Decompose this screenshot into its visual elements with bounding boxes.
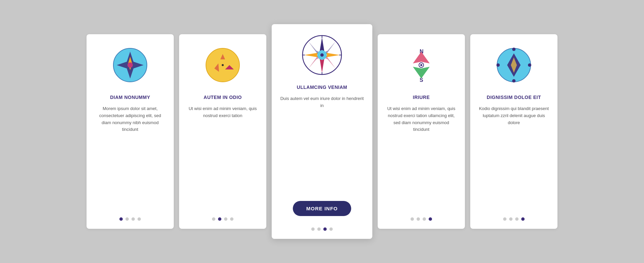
svg-point-33	[512, 79, 516, 83]
svg-marker-15	[308, 41, 319, 54]
card-1: DIAM NONUMMY Morem ipsum dolor sit amet,…	[87, 34, 174, 229]
card-1-icon	[110, 45, 150, 85]
svg-marker-11	[320, 58, 324, 73]
dot	[131, 217, 135, 221]
dot	[125, 217, 129, 221]
dot	[317, 227, 321, 231]
card-5-text: Kodio dignissim qui blandit praesent lup…	[478, 105, 549, 209]
dot	[515, 217, 519, 221]
card-3-title: ULLAMCING VENIAM	[297, 85, 347, 90]
svg-point-34	[496, 63, 500, 67]
card-2-title: AUTEM IN ODIO	[204, 95, 242, 100]
card-3-dots	[311, 227, 333, 231]
svg-point-8	[222, 64, 224, 66]
svg-point-35	[528, 63, 531, 67]
svg-point-29	[420, 64, 422, 66]
card-2-dots	[212, 217, 233, 221]
dot	[218, 217, 221, 221]
svg-marker-13	[304, 53, 319, 57]
svg-point-19	[320, 53, 324, 57]
more-info-button[interactable]: MORE INFO	[293, 201, 351, 216]
svg-marker-12	[325, 53, 340, 57]
dot	[323, 227, 327, 231]
dot	[119, 217, 123, 221]
dot	[329, 227, 333, 231]
card-5-title: DIGNISSIM DOLOE EIT	[487, 95, 541, 100]
svg-marker-14	[325, 41, 336, 54]
dot	[311, 227, 315, 231]
dot	[417, 217, 420, 221]
card-3-text: Duis autem vel eum iriure dolor in hendr…	[280, 95, 364, 194]
cards-container: DIAM NONUMMY Morem ipsum dolor sit amet,…	[20, 24, 624, 239]
svg-marker-26	[413, 52, 430, 63]
dot	[230, 217, 233, 221]
dot	[138, 217, 141, 221]
dot	[411, 217, 414, 221]
dot	[212, 217, 215, 221]
svg-marker-27	[413, 67, 430, 78]
card-4-dots	[411, 217, 432, 221]
card-2-text: Ut wisi enim ad minim veniam, quis nostr…	[187, 105, 258, 209]
card-4-icon: N S	[401, 45, 441, 85]
card-4: N S IRIURE Ut wisi enim ad minim veniam,…	[378, 34, 465, 229]
dot	[423, 217, 426, 221]
dot	[521, 217, 525, 221]
card-4-text: Ut wisi enim ad minim veniam, quis nostr…	[386, 105, 457, 209]
svg-point-32	[512, 48, 516, 51]
card-1-text: Morem ipsum dolor sit amet, consectetuer…	[95, 105, 166, 209]
dot	[429, 217, 432, 221]
card-1-dots	[119, 217, 141, 221]
card-2-icon	[203, 45, 243, 85]
svg-marker-16	[325, 56, 336, 69]
dot	[503, 217, 506, 221]
card-2: AUTEM IN ODIO Ut wisi enim ad minim veni…	[179, 34, 266, 229]
card-4-title: IRIURE	[413, 95, 430, 100]
svg-marker-10	[320, 37, 324, 52]
card-5-icon	[494, 45, 534, 85]
dot	[224, 217, 227, 221]
card-3-icon	[302, 35, 342, 75]
card-1-title: DIAM NONUMMY	[110, 95, 150, 100]
card-5-dots	[503, 217, 525, 221]
dot	[509, 217, 513, 221]
svg-marker-17	[308, 56, 319, 69]
card-5: DIGNISSIM DOLOE EIT Kodio dignissim qui …	[470, 34, 557, 229]
card-3: ULLAMCING VENIAM Duis autem vel eum iriu…	[272, 24, 372, 239]
svg-point-3	[127, 62, 133, 68]
